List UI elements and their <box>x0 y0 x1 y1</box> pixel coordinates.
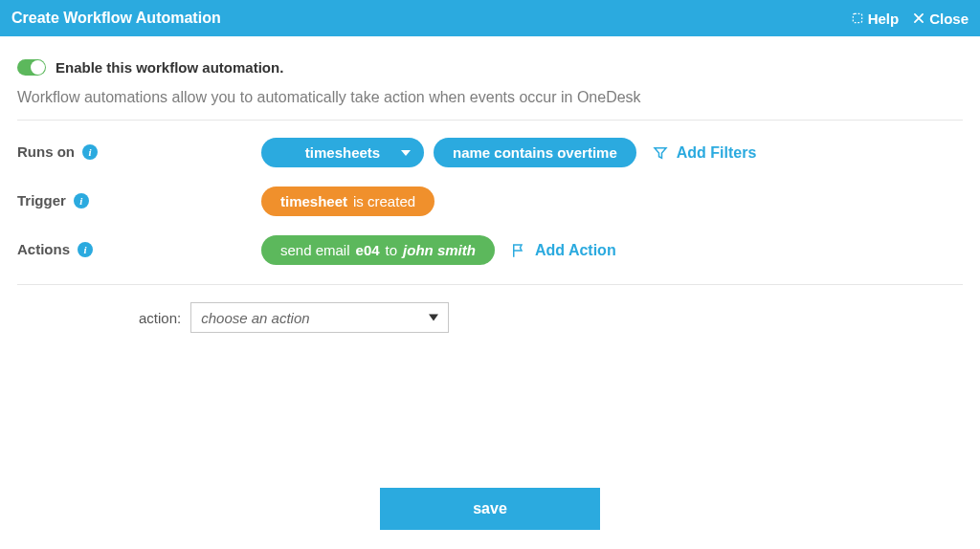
actions-row: Actions i send email e04 to john smith A… <box>17 235 963 265</box>
help-button[interactable]: Help <box>851 11 900 27</box>
trigger-row: Trigger i timesheet is created <box>17 187 963 216</box>
enable-label: Enable this workflow automation. <box>56 59 283 76</box>
add-action-button[interactable]: Add Action <box>504 242 616 259</box>
runs-on-type-select[interactable]: timesheets <box>261 138 424 167</box>
modal-title: Create Workflow Automation <box>11 10 851 27</box>
help-icon <box>851 11 864 25</box>
info-icon[interactable]: i <box>78 242 93 257</box>
chevron-down-icon <box>401 150 411 156</box>
runs-on-filter-pill[interactable]: name contains overtime <box>434 138 636 167</box>
trigger-event: is created <box>353 193 415 209</box>
add-filters-label: Add Filters <box>677 144 757 162</box>
action-selector: action: choose an action <box>139 302 963 333</box>
action-recipient: john smith <box>403 242 476 258</box>
action-to: to <box>386 242 398 258</box>
trigger-label: Trigger <box>17 192 66 209</box>
modal-header: Create Workflow Automation Help Close <box>0 0 980 36</box>
close-label: Close <box>929 11 969 27</box>
runs-on-row: Runs on i timesheets name contains overt… <box>17 138 963 167</box>
add-action-label: Add Action <box>535 242 616 259</box>
actions-label: Actions <box>17 241 70 257</box>
filter-icon <box>652 144 669 162</box>
description-text: Workflow automations allow you to automa… <box>17 89 963 106</box>
flag-icon <box>510 242 527 259</box>
chevron-down-icon <box>429 315 438 321</box>
trigger-pill[interactable]: timesheet is created <box>261 187 434 216</box>
info-icon[interactable]: i <box>74 193 89 209</box>
add-filters-button[interactable]: Add Filters <box>646 144 757 162</box>
save-button[interactable]: save <box>380 488 600 530</box>
action-verb: send email <box>280 242 350 258</box>
action-select-placeholder: choose an action <box>201 310 309 326</box>
close-icon <box>912 11 925 25</box>
action-select[interactable]: choose an action <box>190 302 449 333</box>
trigger-item: timesheet <box>280 193 347 209</box>
enable-row: Enable this workflow automation. <box>17 59 963 76</box>
runs-on-filter-text: name contains overtime <box>453 144 617 161</box>
enable-toggle[interactable] <box>17 59 46 76</box>
svg-rect-0 <box>853 13 861 22</box>
action-pill[interactable]: send email e04 to john smith <box>261 235 495 265</box>
footer: save <box>0 488 980 530</box>
close-button[interactable]: Close <box>912 11 969 27</box>
action-template: e04 <box>356 242 380 258</box>
info-icon[interactable]: i <box>82 144 98 160</box>
help-label: Help <box>868 11 900 27</box>
divider <box>17 120 963 121</box>
runs-on-type-value: timesheets <box>305 144 380 161</box>
divider <box>17 284 963 285</box>
runs-on-label: Runs on <box>17 143 75 160</box>
action-selector-label: action: <box>139 310 181 326</box>
